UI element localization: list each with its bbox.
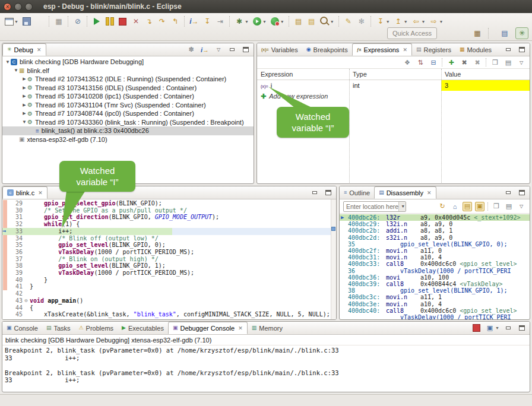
open-perspective-button[interactable]: ▦ xyxy=(471,28,483,39)
location-combo[interactable]: Enter location here ▼ xyxy=(343,201,406,212)
twisty-icon[interactable]: ▼ xyxy=(5,59,11,65)
tree-item[interactable]: ▶⚙Thread #7 1073408744 (ipc0) (Suspended… xyxy=(2,109,254,118)
tab-breakpoints[interactable]: ◉Breakpoints xyxy=(302,43,352,56)
tree-item[interactable]: ▶⚙Thread #5 1073410208 (ipc1) (Suspended… xyxy=(2,92,254,101)
tree-item[interactable]: ▣xtensa-esp32-elf-gdb (7.10) xyxy=(2,135,254,144)
tree-item[interactable]: ▼Cblink checking [GDB Hardware Debugging… xyxy=(2,58,254,66)
code-editor[interactable]: 29 gpio_pad_select_gpio(BLINK_GPIO);30 /… xyxy=(2,199,336,320)
tab-memory[interactable]: ▥Memory xyxy=(248,322,287,334)
cpp-perspective-button[interactable]: ▤ xyxy=(499,28,511,39)
maximize-button[interactable] xyxy=(517,188,527,198)
drop-to-frame-button[interactable]: ↧ xyxy=(201,16,213,27)
terminate-button[interactable] xyxy=(117,16,129,27)
debug-button[interactable]: ✱▼ xyxy=(233,16,250,27)
refresh-button[interactable]: ↻ xyxy=(438,202,447,211)
tree-item[interactable]: ▶⚙Thread #6 1073431104 (Tmr Svc) (Suspen… xyxy=(2,101,254,110)
tab-modules[interactable]: ▦Modules xyxy=(455,43,496,56)
pin-view-button[interactable]: ▤ xyxy=(504,202,514,211)
close-tab-icon[interactable]: ✕ xyxy=(238,325,243,331)
column-header-value[interactable]: Value xyxy=(441,71,530,78)
tab-executables[interactable]: ▶Executables xyxy=(118,322,168,334)
skip-all-breakpoints-button[interactable]: ⊘ xyxy=(72,16,84,27)
go-to-line-button[interactable]: ↥▼ xyxy=(392,16,409,27)
add-expression-button[interactable]: ✚ xyxy=(446,58,456,67)
icon-group[interactable]: ▣▼ xyxy=(485,323,499,333)
maximize-button[interactable] xyxy=(324,188,333,198)
minimize-button[interactable] xyxy=(227,45,237,55)
search-dropdown-icon[interactable]: ▼ xyxy=(330,20,334,24)
tree-item[interactable]: ▼⚙Thread #9 1073433360 (blink_task : Run… xyxy=(2,118,254,127)
home-button[interactable]: ⌂ xyxy=(450,202,460,211)
quick-access[interactable]: Quick Access xyxy=(387,27,437,39)
resume-button[interactable] xyxy=(91,16,103,27)
collapse-all-button[interactable]: ⊟ xyxy=(429,58,438,67)
instruction-stepping-toggle-button[interactable]: i→ xyxy=(200,45,210,55)
minimize-button[interactable] xyxy=(310,188,319,198)
column-divider[interactable] xyxy=(441,69,442,184)
last-edit-location-button[interactable]: ↧▼ xyxy=(375,16,391,27)
tab-outline[interactable]: ≡Outline xyxy=(340,186,374,199)
maximize-button[interactable] xyxy=(517,323,527,333)
use-step-filters-button[interactable]: ⇥ xyxy=(214,16,226,27)
forward-button[interactable]: ⇨▼ xyxy=(428,16,445,27)
build-button[interactable]: ▦ xyxy=(53,16,65,27)
open-new-view-button[interactable]: ❒ xyxy=(492,202,501,211)
new-wizard-button[interactable]: ▼ xyxy=(3,16,20,27)
step-into-button[interactable]: ↴ xyxy=(143,16,155,27)
tree-item[interactable]: ▶⚙Thread #2 1073413512 (IDLE : Running) … xyxy=(2,75,254,84)
minimize-button[interactable] xyxy=(504,45,513,55)
close-tab-icon[interactable]: ✕ xyxy=(427,190,432,196)
external-tools-button[interactable]: ▼ xyxy=(269,16,286,27)
maximize-button[interactable] xyxy=(517,45,527,55)
close-tab-icon[interactable]: ✕ xyxy=(38,190,43,196)
forward-dropdown-icon[interactable]: ▼ xyxy=(439,20,444,24)
track-expression-button[interactable]: ▣ xyxy=(475,202,484,211)
remove-expression-button[interactable]: ✖ xyxy=(460,58,469,67)
open-element-button[interactable]: ▤ xyxy=(306,16,318,27)
twisty-icon[interactable]: ▶ xyxy=(21,77,27,81)
tab-tasks[interactable]: ▤Tasks xyxy=(42,322,75,334)
terminate-button[interactable] xyxy=(471,323,481,333)
overview-ruler[interactable] xyxy=(331,199,336,320)
new-wizard-dropdown-icon[interactable]: ▼ xyxy=(14,20,18,24)
view-menu-button[interactable]: ▽ xyxy=(214,45,223,55)
minimize-button[interactable] xyxy=(504,188,513,198)
window-minimize-button[interactable] xyxy=(14,3,22,11)
external-tools-dropdown-icon[interactable]: ▼ xyxy=(280,20,284,24)
open-new-view-button[interactable]: ❒ xyxy=(490,58,500,67)
search-button[interactable]: ▼ xyxy=(319,16,335,27)
tree-item[interactable]: ▼▦blink.elf xyxy=(2,66,254,75)
column-header-expression[interactable]: Expression xyxy=(257,71,349,78)
pin-view-button[interactable]: ▤ xyxy=(504,58,513,67)
console-output[interactable]: Breakpoint 2, blink_task (pvParameter=0x… xyxy=(5,347,530,384)
tree-item[interactable]: ▶⚙Thread #3 1073413156 (IDLE) (Suspended… xyxy=(2,84,254,93)
save-button[interactable] xyxy=(21,16,33,27)
location-combo-dropdown[interactable]: ▼ xyxy=(398,202,406,211)
run-button[interactable]: ▼ xyxy=(251,16,268,27)
twisty-icon[interactable]: ▶ xyxy=(21,94,27,99)
disconnect-button[interactable]: ✕ xyxy=(130,16,142,27)
show-source-button[interactable]: ▤ xyxy=(463,202,472,211)
fold-marker[interactable]: ⊖ xyxy=(23,297,30,304)
window-maximize-button[interactable] xyxy=(25,3,33,11)
save-all-button[interactable] xyxy=(34,16,46,27)
go-to-line-dropdown-icon[interactable]: ▼ xyxy=(404,20,408,24)
overview-mark[interactable] xyxy=(331,227,335,231)
suspend-button[interactable] xyxy=(104,16,116,27)
window-close-button[interactable]: ✕ xyxy=(4,3,11,11)
new-project-button[interactable]: ▤ xyxy=(293,16,305,27)
tab-debugger-console[interactable]: ▣Debugger Console✕ xyxy=(168,322,248,334)
tab-problems[interactable]: ⚠Problems xyxy=(75,322,118,334)
tab-console[interactable]: ▣Console xyxy=(2,322,42,334)
remove-all-expressions-button[interactable]: ✖ xyxy=(473,58,482,67)
tree-item[interactable]: ≡blink_task() at blink.c:33 0x400dbc26 xyxy=(2,126,254,135)
column-divider[interactable] xyxy=(349,69,350,184)
step-over-button[interactable]: ↷ xyxy=(156,16,168,27)
instruction-stepping-button[interactable]: i→ xyxy=(188,16,200,27)
tab-registers[interactable]: ▤Registers xyxy=(412,43,455,56)
mark-occurrences-button[interactable]: ✎ xyxy=(343,16,354,27)
remove-all-terminated-button[interactable]: ✽ xyxy=(186,45,196,55)
tab-expressions[interactable]: ƒxExpressions✕ xyxy=(352,43,412,56)
debug-perspective-button[interactable]: ✳ xyxy=(515,27,528,39)
show-type-names-button[interactable]: ❖ xyxy=(403,58,412,67)
